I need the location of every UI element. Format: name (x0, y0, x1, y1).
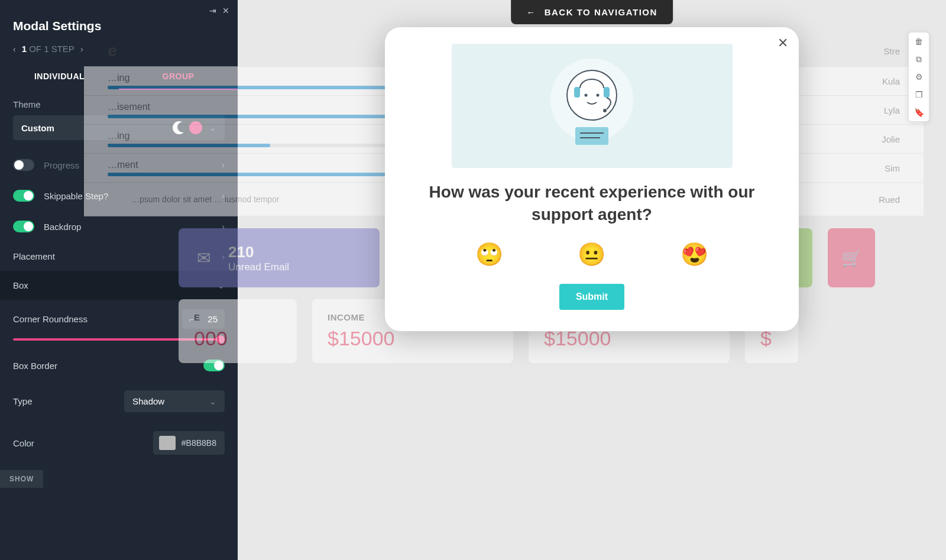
color-row: Color #B8B8B8 (0, 422, 238, 464)
cart-icon: 🛒 (840, 248, 863, 268)
arrow-left-icon: ← (526, 7, 536, 17)
svg-rect-7 (575, 127, 608, 145)
collapse-icon[interactable]: ⇥ (209, 6, 216, 15)
close-icon[interactable]: ✕ (777, 35, 788, 51)
copy-icon[interactable]: ⧉ (909, 50, 929, 68)
close-panel-icon[interactable]: ✕ (222, 6, 229, 15)
type-select[interactable]: Shadow ⌄ (124, 390, 225, 412)
settings-icon[interactable]: ⚙ (909, 68, 929, 86)
svg-point-5 (597, 94, 600, 97)
backdrop-toggle[interactable] (13, 221, 34, 232)
svg-rect-2 (574, 87, 580, 98)
progress-toggle[interactable] (13, 159, 34, 171)
layers-icon[interactable]: ❐ (909, 86, 929, 103)
step-indicator: 1 OF 1 STEP (22, 44, 74, 54)
step-prev-icon[interactable]: ‹ (13, 44, 16, 54)
emoji-good[interactable]: 😍 (681, 241, 708, 267)
svg-rect-3 (604, 87, 610, 98)
skippable-toggle[interactable] (13, 190, 34, 202)
modal-title: How was your recent experience with our … (403, 181, 781, 241)
element-toolbar: 🗑 ⧉ ⚙ ❐ 🔖 (908, 32, 929, 122)
survey-modal: ✕ How was your recent experience with ou… (385, 27, 799, 331)
type-row: Type Shadow ⌄ (0, 381, 238, 422)
modal-illustration (452, 44, 733, 168)
color-swatch (159, 436, 176, 450)
color-input[interactable]: #B8B8B8 (153, 431, 225, 455)
bookmark-icon[interactable]: 🔖 (909, 103, 929, 121)
svg-point-4 (585, 94, 588, 97)
submit-button[interactable]: Submit (559, 284, 624, 310)
emoji-bad[interactable]: 🙄 (475, 241, 503, 267)
back-to-navigation-button[interactable]: ← BACK TO NAVIGATION (511, 0, 673, 24)
show-button[interactable]: SHOW (0, 470, 43, 488)
chevron-down-icon: ⌄ (209, 397, 216, 406)
emoji-neutral[interactable]: 😐 (578, 241, 605, 267)
svg-point-6 (603, 109, 607, 112)
delete-icon[interactable]: 🗑 (909, 33, 929, 50)
mail-icon: ✉ (190, 248, 216, 268)
step-next-icon[interactable]: › (80, 44, 83, 54)
